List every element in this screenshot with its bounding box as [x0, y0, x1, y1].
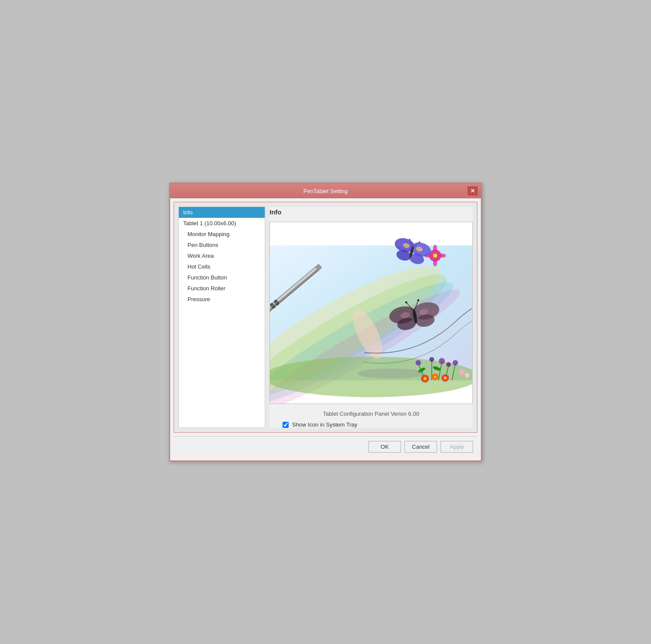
panel-title: Info — [270, 207, 473, 217]
svg-point-27 — [433, 253, 437, 257]
window-title: PenTablet Setting — [183, 188, 468, 194]
svg-point-22 — [434, 376, 436, 378]
sidebar-item-pressure[interactable]: Pressure — [179, 294, 265, 305]
sidebar: InfoTablet 1 (10.00x6.00)Monitor Mapping… — [178, 207, 265, 428]
svg-point-13 — [416, 360, 421, 365]
svg-point-24 — [459, 369, 465, 375]
apply-button[interactable]: Apply — [441, 441, 473, 453]
illustration-container — [270, 222, 473, 404]
svg-point-15 — [439, 358, 445, 364]
svg-point-14 — [429, 357, 434, 362]
show-icon-checkbox[interactable] — [283, 422, 289, 428]
svg-point-31 — [439, 253, 446, 257]
cancel-button[interactable]: Cancel — [404, 441, 437, 453]
version-text: Tablet Configuration Panel Verion 6.00 — [270, 411, 473, 417]
checkbox-label: Show Icon in System Tray — [292, 421, 357, 428]
svg-point-25 — [465, 373, 470, 378]
sidebar-item-work-area[interactable]: Work Area — [179, 250, 265, 261]
main-window: PenTablet Setting ✕ InfoTablet 1 (10.00x… — [169, 183, 482, 461]
svg-point-16 — [446, 362, 451, 367]
svg-point-21 — [424, 377, 426, 380]
svg-point-28 — [433, 245, 437, 252]
content-area: InfoTablet 1 (10.00x6.00)Monitor Mapping… — [174, 202, 477, 433]
pen-tablet-illustration — [270, 222, 472, 404]
sidebar-item-monitor-mapping[interactable]: Monitor Mapping — [179, 229, 265, 240]
svg-point-23 — [444, 377, 447, 379]
svg-point-17 — [453, 360, 458, 365]
close-button[interactable]: ✕ — [468, 187, 477, 195]
button-row: OK Cancel Apply — [174, 436, 477, 457]
sidebar-item-info[interactable]: Info — [179, 207, 265, 218]
svg-point-29 — [433, 260, 437, 266]
sidebar-item-tablet[interactable]: Tablet 1 (10.00x6.00) — [179, 218, 265, 229]
sidebar-item-pen-buttons[interactable]: Pen Buttons — [179, 240, 265, 250]
sidebar-item-hot-cells[interactable]: Hot Cells — [179, 261, 265, 272]
svg-point-71 — [358, 368, 425, 378]
checkbox-row: Show Icon in System Tray — [283, 421, 473, 428]
sidebar-item-function-button[interactable]: Function Button — [179, 272, 265, 283]
main-panel: Info — [270, 207, 473, 428]
ok-button[interactable]: OK — [368, 441, 401, 453]
title-bar: PenTablet Setting ✕ — [170, 184, 481, 198]
sidebar-item-function-roller[interactable]: Function Roller — [179, 283, 265, 294]
